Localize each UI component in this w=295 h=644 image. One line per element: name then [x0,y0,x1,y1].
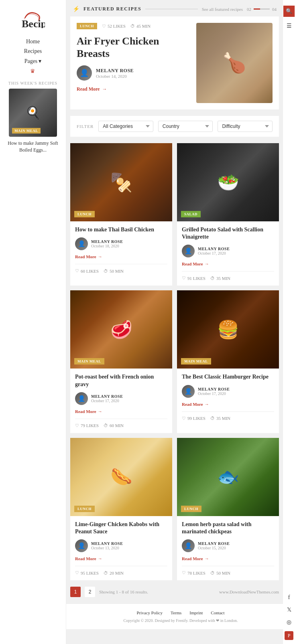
clock-icon-thai-basil: ⏱ [104,269,108,273]
food-icon-thai-basil: 🍢 [110,172,132,193]
featured-card-image [196,23,273,103]
featured-title: FEATURED RECIPES [83,6,141,12]
recipe-read-more-pasta-salad[interactable]: Read More → [182,556,274,561]
recipe-body-pasta-salad: Lemon herb pasta salad with marinated ch… [177,516,279,580]
arrow-icon-thai-basil: → [98,254,102,259]
arrow-icon-pasta-salad: → [205,556,209,561]
recipe-image-pot-roast: 🥩 MAIN MEAL [70,290,172,369]
recipe-author-info-pot-roast: MELANY ROSE October 17, 2020 [91,394,123,403]
sidebar: Becipe Home Recipes Pages ▾ ♛ THIS WEEK'… [0,0,66,644]
categories-filter[interactable]: All Categories [98,121,153,132]
recipe-read-more-potato-salad[interactable]: Read More → [182,261,274,266]
sidebar-item-pages[interactable]: Pages ▾ [24,58,42,65]
recipe-image-kabobs: 🌭 LUNCH [70,438,172,516]
showing-text: Showing 1 - 8 of 16 results. [99,589,148,594]
sidebar-recipe-badge: MAIN MEAL [12,128,41,134]
recipe-read-more-hamburger[interactable]: Read More → [182,402,274,407]
recipe-read-more-pot-roast[interactable]: Read More → [75,409,167,414]
food-icon-pot-roast: 🥩 [110,319,132,340]
heart-icon-thai-basil: ♡ [75,268,79,273]
clock-icon-potato-salad: ⏱ [210,276,215,281]
recipe-author-info-kabobs: MELANY ROSE October 13, 2020 [91,541,123,550]
food-icon-potato-salad: 🥗 [217,172,239,193]
recipe-title-potato-salad: Grilled Potato Salad with Scallion Vinai… [182,226,274,241]
recipe-card-pot-roast: 🥩 MAIN MEAL Pot-roast beef with French o… [70,290,172,433]
recipe-title-kabobs: Lime-Ginger Chicken Kabobs with Peanut S… [75,521,167,535]
twitter-icon[interactable]: 𝕏 [287,606,291,613]
recipe-author-row-hamburger: MELANY ROSE October 17, 2020 [182,385,274,398]
recipe-card-kabobs: 🌭 LUNCH Lime-Ginger Chicken Kabobs with … [70,438,172,580]
recipe-author-row-pasta-salad: MELANY ROSE October 15, 2020 [182,539,274,552]
recipe-likes-pasta-salad: ♡ 78 LIKES [182,570,205,575]
recipe-image-thai-basil: 🍢 LUNCH [70,143,172,221]
sidebar-recipe-image[interactable]: MAIN MEAL [9,89,57,137]
recipe-time-hamburger: ⏱ 35 MIN [210,416,230,421]
page-2-button[interactable]: 2 [85,587,95,597]
recipe-time-pot-roast: ⏱ 60 MIN [104,423,124,428]
clock-icon-pasta-salad: ⏱ [210,571,215,575]
footer-link-1[interactable]: Terms [171,610,181,615]
search-icon[interactable]: 🔍 [283,6,295,17]
likes-meta: ♡ 52 LIKES [102,24,126,29]
lightning-icon: ⚡ [73,6,79,12]
main-content: ⚡ FEATURED RECIPES See all featured reci… [66,0,283,597]
crown-icon: ♛ [30,68,35,75]
recipe-footer-hamburger: ♡ 99 LIKES ⏱ 35 MIN [182,411,274,421]
featured-counter: 02 04 [247,7,277,12]
footer-links: Privacy PolicyTermsImprintContact [73,610,289,615]
sidebar-item-home[interactable]: Home [26,38,40,45]
featured-badge: LUNCH [77,23,97,29]
recipe-body-kabobs: Lime-Ginger Chicken Kabobs with Peanut S… [70,516,172,580]
heart-icon: ♡ [102,24,106,29]
clock-icon-hamburger: ⏱ [210,416,215,421]
footer-link-0[interactable]: Privacy Policy [136,610,162,615]
country-filter[interactable]: Country [158,121,213,132]
recipe-footer-pasta-salad: ♡ 78 LIKES ⏱ 50 MIN [182,566,274,575]
recipe-likes-potato-salad: ♡ 91 LIKES [182,275,205,281]
footer-link-3[interactable]: Contact [211,610,224,615]
recipe-avatar-potato-salad [182,245,195,257]
pinterest-icon[interactable]: P [285,631,293,640]
arrow-icon-potato-salad: → [205,261,209,266]
recipe-image-pasta-salad: 🐟 LUNCH [177,438,279,516]
heart-icon-pasta-salad: ♡ [182,570,186,575]
svg-text:Becipe: Becipe [22,18,45,28]
menu-icon[interactable]: ☰ [287,22,292,29]
featured-author-info: MELANY ROSE October 14, 2020 [96,68,134,79]
clock-icon-kabobs: ⏱ [104,571,108,575]
pagination-bar: 1 2 Showing 1 - 8 of 16 results. www.Dow… [70,587,279,597]
sidebar-item-recipes[interactable]: Recipes [24,48,42,55]
featured-card-content: LUNCH ♡ 52 LIKES ⏱ 45 MIN Air Fryer Chic… [77,23,190,103]
weeks-recipes-label: THIS WEEK'S RECIPES [8,81,57,85]
facebook-icon[interactable]: f [288,594,290,601]
arrow-icon-kabobs: → [98,556,102,561]
recipe-avatar-pasta-salad [182,539,195,552]
see-all-link[interactable]: See all featured recipes [202,7,243,12]
page-1-button[interactable]: 1 [70,587,81,597]
filter-label: FILTER [77,124,94,129]
recipe-likes-thai-basil: ♡ 60 LIKES [75,268,99,273]
recipe-read-more-thai-basil[interactable]: Read More → [75,254,167,259]
food-icon-kabobs: 🌭 [110,466,132,487]
featured-meta: ♡ 52 LIKES ⏱ 45 MIN [102,24,151,29]
arrow-icon-hamburger: → [205,402,209,407]
featured-author-avatar [77,65,92,81]
recipe-likes-kabobs: ♡ 95 LIKES [75,570,99,575]
recipe-author-info-thai-basil: MELANY ROSE October 18, 2020 [91,239,123,248]
featured-divider [145,9,198,9]
recipe-body-pot-roast: Pot-roast beef with French onion gravy M… [70,369,172,433]
recipe-grid: 🍢 LUNCH How to make Thai Basil Chicken M… [70,143,279,580]
recipe-read-more-kabobs[interactable]: Read More → [75,556,167,561]
time-meta: ⏱ 45 MIN [130,24,151,28]
footer-copyright: Copyright © 2020. Designed by Frenify. D… [73,618,289,623]
recipe-title-hamburger: The Best Classic Hamburger Recipe [182,373,274,381]
recipe-title-thai-basil: How to make Thai Basil Chicken [75,226,167,233]
instagram-icon[interactable]: ◎ [287,619,291,626]
recipe-image-hamburger: 🍔 MAIN MEAL [177,290,279,369]
recipe-likes-pot-roast: ♡ 79 LIKES [75,423,99,428]
heart-icon-pot-roast: ♡ [75,423,79,428]
difficulty-filter[interactable]: Difficulty [218,121,273,132]
recipe-image-potato-salad: 🥗 SALAD [177,143,279,221]
featured-read-more[interactable]: Read More → [77,86,190,92]
footer-link-2[interactable]: Imprint [189,610,203,615]
